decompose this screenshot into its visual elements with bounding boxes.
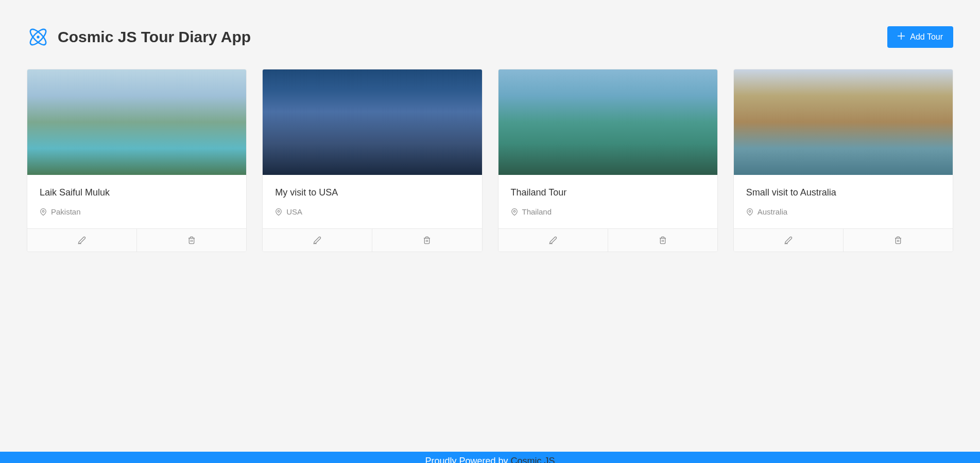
tour-location: Thailand <box>511 207 705 216</box>
tour-location-text: Pakistan <box>51 207 81 216</box>
tour-title: My visit to USA <box>275 187 469 198</box>
svg-point-5 <box>42 210 44 212</box>
svg-point-13 <box>513 210 515 212</box>
tour-location: Australia <box>746 207 940 216</box>
tour-location-text: Thailand <box>522 207 552 216</box>
tour-actions <box>734 228 953 252</box>
location-pin-icon <box>746 208 753 216</box>
tour-location-text: USA <box>286 207 302 216</box>
tour-location: Pakistan <box>40 207 234 216</box>
tour-actions <box>27 228 246 252</box>
add-tour-label: Add Tour <box>910 32 943 42</box>
tour-title: Thailand Tour <box>511 187 705 198</box>
delete-tour-button[interactable] <box>372 229 482 252</box>
tour-location-text: Australia <box>758 207 787 216</box>
edit-tour-button[interactable] <box>734 229 844 252</box>
delete-tour-button[interactable] <box>137 229 246 252</box>
edit-icon <box>784 236 793 244</box>
trash-icon <box>659 236 667 244</box>
tour-card-body: Thailand Tour Thailand <box>498 175 717 228</box>
footer: Proudly Powered by Cosmic JS <box>0 452 980 463</box>
trash-icon <box>187 236 196 244</box>
plus-icon <box>898 32 905 42</box>
cosmic-logo-icon <box>27 26 49 48</box>
tour-card: Thailand Tour Thailand <box>498 69 718 252</box>
footer-text: Proudly Powered by <box>425 456 510 463</box>
svg-point-17 <box>749 210 751 212</box>
add-tour-button[interactable]: Add Tour <box>887 26 953 48</box>
app-title: Cosmic JS Tour Diary App <box>58 28 251 46</box>
tour-card-body: Small visit to Australia Australia <box>734 175 953 228</box>
svg-point-2 <box>37 35 39 38</box>
location-pin-icon <box>40 208 47 216</box>
tour-card: Small visit to Australia Australia <box>733 69 953 252</box>
location-pin-icon <box>511 208 518 216</box>
trash-icon <box>894 236 902 244</box>
edit-tour-button[interactable] <box>263 229 372 252</box>
edit-icon <box>78 236 86 244</box>
tour-image[interactable] <box>27 69 246 175</box>
tour-actions <box>263 228 482 252</box>
tour-image[interactable] <box>734 69 953 175</box>
edit-tour-button[interactable] <box>498 229 608 252</box>
header: Cosmic JS Tour Diary App Add Tour <box>0 0 980 69</box>
location-pin-icon <box>275 208 282 216</box>
trash-icon <box>423 236 431 244</box>
svg-point-9 <box>278 210 280 212</box>
tour-image[interactable] <box>498 69 717 175</box>
tour-card-body: Laik Saiful Muluk Pakistan <box>27 175 246 228</box>
tour-card: My visit to USA USA <box>262 69 482 252</box>
tour-location: USA <box>275 207 469 216</box>
tour-card: Laik Saiful Muluk Pakistan <box>27 69 247 252</box>
tour-image[interactable] <box>263 69 482 175</box>
edit-icon <box>313 236 321 244</box>
edit-icon <box>549 236 557 244</box>
tour-title: Small visit to Australia <box>746 187 940 198</box>
tours-grid: Laik Saiful Muluk Pakistan <box>0 69 980 252</box>
delete-tour-button[interactable] <box>844 229 953 252</box>
tour-title: Laik Saiful Muluk <box>40 187 234 198</box>
tour-card-body: My visit to USA USA <box>263 175 482 228</box>
tour-actions <box>498 228 717 252</box>
footer-link[interactable]: Cosmic JS <box>511 456 555 463</box>
header-left: Cosmic JS Tour Diary App <box>27 26 251 48</box>
delete-tour-button[interactable] <box>608 229 717 252</box>
edit-tour-button[interactable] <box>27 229 137 252</box>
